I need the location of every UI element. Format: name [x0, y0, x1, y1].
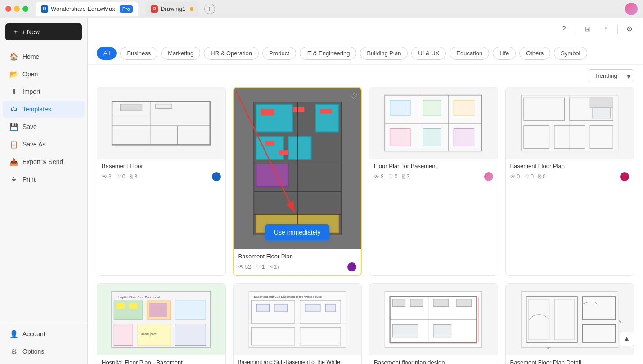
svg-rect-62 [274, 304, 287, 312]
sidebar-item-templates[interactable]: 🗂 Templates [3, 101, 85, 118]
copies-3: ⎘ 3 [402, 173, 409, 180]
grid-button[interactable]: ⊞ [581, 23, 594, 36]
svg-rect-31 [423, 128, 441, 146]
card-stats-1: 👁 3 ♡ 0 ⎘ 8 [102, 172, 221, 181]
avatar-1 [212, 172, 221, 181]
account-icon: 👤 [10, 330, 18, 338]
template-card-whitehouse[interactable]: Basement and Sub-Basement of the White H… [233, 283, 362, 364]
cat-hr[interactable]: HR & Operation [204, 47, 259, 60]
sidebar-label-saveas: Save As [22, 141, 45, 148]
sidebar-label-import: Import [22, 88, 40, 95]
cat-all[interactable]: All [97, 47, 117, 60]
cat-education[interactable]: Education [450, 47, 489, 60]
sidebar-item-print[interactable]: 🖨 Print [3, 171, 85, 188]
sidebar-item-account[interactable]: 👤 Account [3, 325, 85, 342]
card-info-1: Basement Floor 👁 3 ♡ 0 [97, 159, 225, 185]
sidebar-item-save[interactable]: 💾 Save [3, 118, 85, 135]
sidebar-label-account: Account [22, 330, 45, 337]
card-image-2: ♡ Use immediately [234, 88, 361, 249]
cat-product[interactable]: Product [262, 47, 296, 60]
template-card-hospital[interactable]: Hospital Floor Plan Basement Grand Space [97, 283, 226, 364]
svg-text:Basement and Sub-Basement of t: Basement and Sub-Basement of the White H… [254, 295, 322, 298]
new-button[interactable]: ＋ + New [5, 23, 82, 40]
copies-1: ⎘ 8 [130, 173, 137, 180]
cat-others[interactable]: Others [519, 47, 550, 60]
svg-rect-12 [261, 109, 274, 115]
eye-icon-4: 👁 [510, 173, 516, 180]
sidebar-item-export[interactable]: 📤 Export & Send [3, 153, 85, 170]
scroll-top-button[interactable]: ▲ [620, 332, 634, 346]
avatar-4 [620, 172, 629, 181]
sort-select[interactable]: Trending Newest Most Liked Most Used [589, 69, 634, 82]
card-title-6: Basement and Sub-Basement of the White H… [238, 359, 357, 364]
cat-uiux[interactable]: UI & UX [411, 47, 446, 60]
template-card-floor-plan-basement[interactable]: Floor Plan for Basement 👁 8 ♡ 0 [369, 87, 498, 276]
template-card-basement-plan-featured[interactable]: ♡ Use immediately Basement Floor Plan 👁 … [233, 87, 362, 276]
template-card-basement-floor[interactable]: Basement Floor 👁 3 ♡ 0 [97, 87, 226, 276]
divider [576, 25, 576, 34]
user-avatar[interactable] [625, 3, 638, 15]
like-count-1: 0 [122, 173, 126, 180]
template-card-basement-detail[interactable]: 30' 24' Basement Floor Plan Detail 👁 0 [505, 283, 634, 364]
svg-rect-50 [175, 324, 206, 345]
card-title-4: Basement Floor Plan [510, 163, 630, 169]
use-immediately-button[interactable]: Use immediately [265, 224, 329, 240]
view-count-1: 3 [108, 173, 112, 180]
copy-count-3: 3 [406, 173, 409, 180]
card-title-7: Basement floor plan design [374, 359, 493, 364]
svg-rect-30 [390, 128, 410, 146]
template-card-basement-floor-plan-4[interactable]: Basement Floor Plan 👁 0 ♡ 0 [505, 87, 634, 276]
help-button[interactable]: ? [558, 23, 570, 36]
cat-life[interactable]: Life [493, 47, 516, 60]
like-count-3: 0 [395, 173, 398, 180]
sidebar-item-import[interactable]: ⬇ Import [3, 83, 85, 100]
settings-button[interactable]: ⚙ [623, 23, 636, 36]
minimize-button[interactable] [14, 6, 20, 12]
card-stats-4: 👁 0 ♡ 0 ⎘ 0 [510, 172, 630, 181]
cat-it[interactable]: IT & Engineering [300, 47, 357, 60]
template-card-basement-design[interactable]: Basement floor plan design 👁 1 ♡ 0 [369, 283, 498, 364]
floor-plan-svg-4 [515, 93, 624, 154]
app-tab-drawing[interactable]: D Drawing1 [145, 2, 199, 16]
sidebar-item-saveas[interactable]: 📋 Save As [3, 136, 85, 153]
cat-marketing[interactable]: Marketing [161, 47, 200, 60]
sidebar-label-export: Export & Send [22, 158, 63, 165]
scroll-top-icon: ▲ [623, 335, 630, 343]
svg-rect-71 [433, 299, 449, 307]
drawing-tab-icon: D [151, 5, 158, 13]
unsaved-dot [190, 7, 193, 11]
card-info-3: Floor Plan for Basement 👁 8 ♡ 0 [369, 159, 498, 185]
close-button[interactable] [5, 6, 11, 12]
titlebar: D Wondershare EdrawMax Pro D Drawing1 + [0, 0, 643, 18]
svg-rect-72 [456, 299, 472, 307]
sidebar-label-print: Print [22, 176, 36, 183]
sidebar-nav: 🏠 Home 📂 Open ⬇ Import 🗂 Templates 💾 Sav… [0, 46, 87, 321]
floor-plan-svg-8: 30' 24' [515, 289, 624, 350]
floor-plan-svg-5: Hospital Floor Plan Basement Grand Space [107, 289, 216, 350]
view-count-3: 8 [381, 173, 384, 180]
sort-wrapper: Trending Newest Most Liked Most Used ▾ [589, 69, 634, 82]
svg-rect-47 [114, 324, 133, 345]
copy-icon-4: ⎘ [538, 173, 541, 180]
eye-icon: 👁 [102, 173, 107, 180]
sidebar-item-options[interactable]: ⚙ Options [3, 343, 85, 360]
save-icon: 💾 [10, 123, 18, 131]
svg-rect-11 [316, 104, 339, 132]
sidebar-item-open[interactable]: 📂 Open [3, 66, 85, 83]
add-tab-button[interactable]: + [204, 4, 215, 14]
sidebar-item-home[interactable]: 🏠 Home [3, 48, 85, 65]
cat-business[interactable]: Business [120, 47, 157, 60]
share-button[interactable]: ↑ [599, 23, 612, 36]
svg-rect-70 [410, 299, 423, 307]
svg-rect-74 [433, 324, 451, 337]
saveas-icon: 📋 [10, 140, 18, 148]
maximize-button[interactable] [22, 6, 28, 12]
svg-text:Grand Space: Grand Space [140, 333, 157, 336]
new-icon: ＋ [13, 28, 19, 36]
favorite-button-2[interactable]: ♡ [350, 91, 357, 101]
cat-building[interactable]: Building Plan [360, 47, 408, 60]
floor-plan-svg-3 [379, 93, 488, 154]
cat-symbol[interactable]: Symbol [554, 47, 587, 60]
copy-icon: ⎘ [130, 173, 133, 180]
avatar-2 [347, 262, 356, 271]
